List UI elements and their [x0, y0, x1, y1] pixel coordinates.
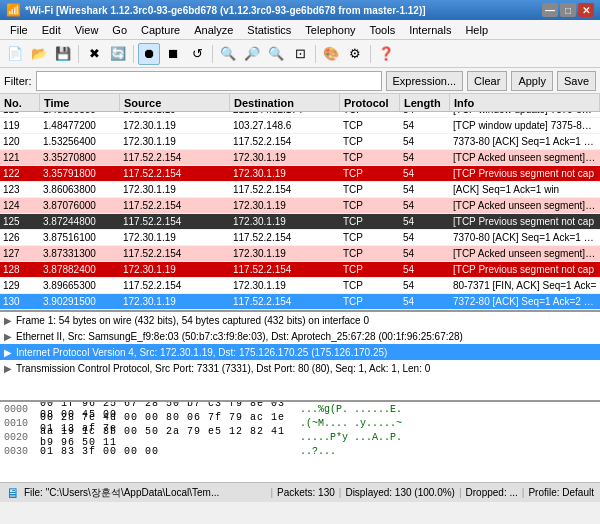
- toolbar-save-btn[interactable]: 💾: [52, 43, 74, 65]
- detail-row[interactable]: ▶Ethernet II, Src: SamsungE_f9:8e:03 (50…: [0, 328, 600, 344]
- packet-cell: 172.30.1.19: [120, 184, 230, 195]
- toolbar-zoom-out-btn[interactable]: 🔍: [265, 43, 287, 65]
- packet-cell: 125: [0, 216, 40, 227]
- toolbar-filter-btn[interactable]: 🔍: [217, 43, 239, 65]
- menu-item-capture[interactable]: Capture: [135, 22, 186, 38]
- menu-item-analyze[interactable]: Analyze: [188, 22, 239, 38]
- col-header-info[interactable]: Info: [450, 94, 600, 111]
- menu-item-internals[interactable]: Internals: [403, 22, 457, 38]
- packet-cell: 7373-80 [ACK] Seq=1 Ack=1 win: [450, 136, 600, 147]
- menu-item-file[interactable]: File: [4, 22, 34, 38]
- status-dropped: Dropped: ...: [466, 487, 518, 498]
- toolbar-prefs-btn[interactable]: ⚙: [344, 43, 366, 65]
- packet-cell: [TCP Acked unseen segment] 80-: [450, 200, 600, 211]
- minimize-button[interactable]: —: [542, 3, 558, 17]
- status-bar: 🖥 File: "C:\Users\장훈석\AppData\Local\Tem.…: [0, 482, 600, 502]
- maximize-button[interactable]: □: [560, 3, 576, 17]
- table-row[interactable]: 1243.87076000117.52.2.154172.30.1.19TCP5…: [0, 198, 600, 214]
- expression-button[interactable]: Expression...: [386, 71, 464, 91]
- table-row[interactable]: 1223.35791800117.52.2.154172.30.1.19TCP5…: [0, 166, 600, 182]
- close-button[interactable]: ✕: [578, 3, 594, 17]
- table-row[interactable]: 1233.86063800172.30.1.19117.52.2.154TCP5…: [0, 182, 600, 198]
- toolbar-help-btn[interactable]: ❓: [375, 43, 397, 65]
- menu-item-statistics[interactable]: Statistics: [241, 22, 297, 38]
- packet-cell: 124: [0, 200, 40, 211]
- menu-item-view[interactable]: View: [69, 22, 105, 38]
- hex-ascii: ..?...: [300, 446, 336, 457]
- packet-cell: 117.52.2.154: [230, 136, 340, 147]
- packet-cell: 3.87882400: [40, 264, 120, 275]
- detail-text: Ethernet II, Src: SamsungE_f9:8e:03 (50:…: [16, 331, 463, 342]
- table-row[interactable]: 1191.48477200172.30.1.19103.27.148.6TCP5…: [0, 118, 600, 134]
- hex-offset: 0010: [4, 418, 40, 429]
- packet-cell: 1.45383300: [40, 112, 120, 115]
- hex-ascii: ...%g(P. ......E.: [300, 404, 402, 415]
- hex-offset: 0030: [4, 446, 40, 457]
- packet-cell: TCP: [340, 152, 400, 163]
- clear-button[interactable]: Clear: [467, 71, 507, 91]
- detail-row[interactable]: ▶Internet Protocol Version 4, Src: 172.3…: [0, 344, 600, 360]
- packet-cell: 211.244.82.174: [230, 112, 340, 115]
- packet-cell: 3.87331300: [40, 248, 120, 259]
- menu-item-edit[interactable]: Edit: [36, 22, 67, 38]
- packet-cell: 123: [0, 184, 40, 195]
- save-button[interactable]: Save: [557, 71, 596, 91]
- menu-item-telephony[interactable]: Telephony: [299, 22, 361, 38]
- table-row[interactable]: 1263.87516100172.30.1.19117.52.2.154TCP5…: [0, 230, 600, 246]
- menu-item-go[interactable]: Go: [106, 22, 133, 38]
- toolbar-open-btn[interactable]: 📂: [28, 43, 50, 65]
- toolbar-zoom-reset-btn[interactable]: ⊡: [289, 43, 311, 65]
- toolbar-new-btn[interactable]: 📄: [4, 43, 26, 65]
- packet-cell: 172.30.1.19: [230, 168, 340, 179]
- packet-cell: 117.52.2.154: [230, 184, 340, 195]
- col-header-time[interactable]: Time: [40, 94, 120, 111]
- toolbar-zoom-in-btn[interactable]: 🔎: [241, 43, 263, 65]
- col-header-no[interactable]: No.: [0, 94, 40, 111]
- title-bar-controls: — □ ✕: [542, 3, 594, 17]
- packet-cell: 3.87076000: [40, 200, 120, 211]
- toolbar-restart-btn[interactable]: ↺: [186, 43, 208, 65]
- expand-icon: ▶: [4, 363, 12, 374]
- table-row[interactable]: 1201.53256400172.30.1.19117.52.2.154TCP5…: [0, 134, 600, 150]
- packet-cell: [TCP window update] 7375-80 [A: [450, 120, 600, 131]
- packet-cell: 172.30.1.19: [230, 248, 340, 259]
- packet-list[interactable]: 1081.20681100172.30.1.19103.27.148.6TCP5…: [0, 112, 600, 312]
- detail-row[interactable]: ▶Transmission Control Protocol, Src Port…: [0, 360, 600, 376]
- toolbar-sep1: [78, 45, 79, 63]
- table-row[interactable]: 1303.90291500172.30.1.19117.52.2.154TCP5…: [0, 294, 600, 310]
- packet-cell: 117.52.2.154: [120, 152, 230, 163]
- packet-cell: TCP: [340, 120, 400, 131]
- toolbar-capture-btn[interactable]: ⏺: [138, 43, 160, 65]
- toolbar-stop-btn[interactable]: ⏹: [162, 43, 184, 65]
- toolbar-color-btn[interactable]: 🎨: [320, 43, 342, 65]
- toolbar-close-btn[interactable]: ✖: [83, 43, 105, 65]
- wifi-icon: 📶: [6, 3, 21, 17]
- col-header-source[interactable]: Source: [120, 94, 230, 111]
- col-header-protocol[interactable]: Protocol: [340, 94, 400, 111]
- detail-section[interactable]: ▶Frame 1: 54 bytes on wire (432 bits), 5…: [0, 312, 600, 402]
- detail-row[interactable]: ▶Frame 1: 54 bytes on wire (432 bits), 5…: [0, 312, 600, 328]
- table-row[interactable]: 1283.87882400172.30.1.19117.52.2.154TCP5…: [0, 262, 600, 278]
- packet-cell: [TCP Previous segment not cap: [450, 264, 600, 275]
- table-row[interactable]: 1253.87244800117.52.2.154172.30.1.19TCP5…: [0, 214, 600, 230]
- toolbar-reload-btn[interactable]: 🔄: [107, 43, 129, 65]
- packet-cell: TCP: [340, 248, 400, 259]
- col-header-length[interactable]: Length: [400, 94, 450, 111]
- packet-cell: 172.30.1.19: [120, 112, 230, 115]
- packet-cell: 54: [400, 200, 450, 211]
- table-row[interactable]: 1273.87331300117.52.2.154172.30.1.19TCP5…: [0, 246, 600, 262]
- filter-input[interactable]: [36, 71, 382, 91]
- col-header-destination[interactable]: Destination: [230, 94, 340, 111]
- apply-button[interactable]: Apply: [511, 71, 553, 91]
- packet-cell: TCP: [340, 168, 400, 179]
- packet-cell: 3.86063800: [40, 184, 120, 195]
- table-row[interactable]: 1213.35270800117.52.2.154172.30.1.19TCP5…: [0, 150, 600, 166]
- expand-icon: ▶: [4, 331, 12, 342]
- packet-cell: 7372-80 [ACK] Seq=1 Ack=2 Win: [450, 296, 600, 307]
- menu-item-tools[interactable]: Tools: [364, 22, 402, 38]
- table-row[interactable]: 1293.89665300117.52.2.154172.30.1.19TCP5…: [0, 278, 600, 294]
- packet-cell: [ACK] Seq=1 Ack=1 win: [450, 184, 600, 195]
- packet-cell: 54: [400, 216, 450, 227]
- menu-item-help[interactable]: Help: [459, 22, 494, 38]
- packet-cell: 172.30.1.19: [120, 232, 230, 243]
